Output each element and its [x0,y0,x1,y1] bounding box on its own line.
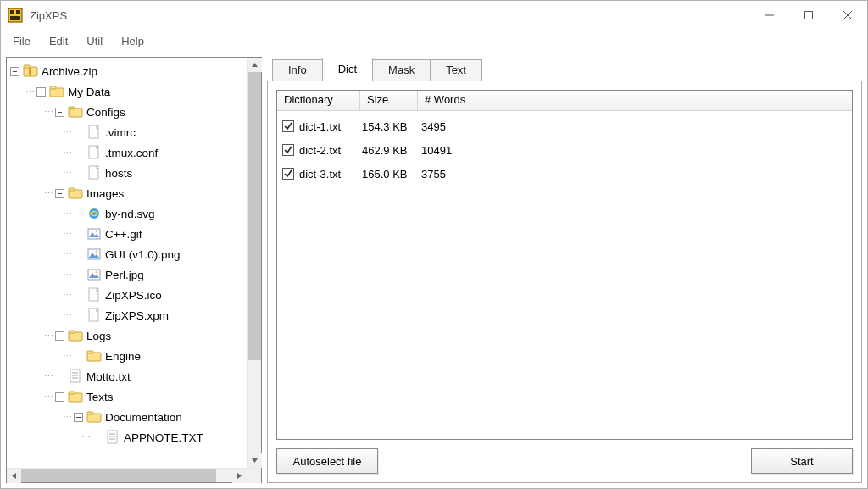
dict-row[interactable]: dict-3.txt165.0 KB3755 [277,162,852,186]
tab-mask[interactable]: Mask [372,59,431,81]
close-button[interactable] [828,3,867,28]
maximize-button[interactable] [789,3,828,28]
row-checkbox[interactable] [282,120,294,132]
tree-node[interactable]: ⋯Documentation [64,407,247,427]
svg-point-26 [96,251,98,253]
tree-connector: ⋯ [81,432,90,443]
cell-words: 10491 [421,144,452,157]
vertical-scrollbar[interactable] [247,58,261,468]
tree-node[interactable]: ⋯Texts [46,386,247,407]
tab-info[interactable]: Info [272,59,323,81]
svg-rect-1 [10,10,14,14]
minimize-button[interactable] [750,3,789,28]
tree-node[interactable]: ⋯Motto.txt [46,366,247,386]
horizontal-scrollbar[interactable] [7,468,261,482]
tree-node[interactable]: ⋯Perl.jpg [64,264,247,285]
tree-node[interactable]: ⋯Engine [64,346,247,366]
tree-node-label: GUI (v1.0).png [105,248,181,261]
expand-toggle[interactable] [53,106,66,119]
svg-rect-10 [29,68,31,75]
tree-node[interactable]: ⋯GUI (v1.0).png [64,244,247,264]
folder-icon [86,348,102,364]
file-icon [86,308,102,323]
tree-connector: ⋯ [63,412,71,423]
tree-node[interactable]: ⋯.tmux.conf [64,142,247,163]
tree-node-label: Documentation [105,411,182,424]
dict-row[interactable]: dict-2.txt462.9 KB10491 [277,138,852,162]
row-checkbox[interactable] [282,144,294,156]
app-window: ZipXPS File Edit Util Help Archive.zip⋯M… [0,0,868,489]
tree-node-label: Texts [86,391,114,403]
tree-connector: ⋯ [44,107,53,118]
svg-rect-27 [88,270,100,280]
svg-rect-14 [69,107,75,109]
dict-row[interactable]: dict-1.txt154.3 KB3495 [277,114,852,138]
expand-toggle[interactable] [53,187,66,200]
tree-node[interactable]: ⋯My Data [27,81,247,102]
svg-rect-43 [87,412,93,414]
autoselect-button[interactable]: Autoselect file [276,448,378,474]
app-icon [8,8,23,23]
expand-toggle[interactable] [8,65,21,78]
tree-node-label: My Data [68,86,110,98]
image-icon [86,226,102,242]
text-icon [105,430,120,445]
col-size[interactable]: Size [360,91,418,110]
window-controls [750,3,867,28]
tree-node[interactable]: ⋯Configs [46,102,247,122]
tree-node-label: Logs [86,330,111,342]
tree-connector: ⋯ [63,127,71,138]
scroll-down-button[interactable] [248,453,262,468]
scroll-right-button[interactable] [232,469,247,483]
tree-node-label: APPNOTE.TXT [124,431,203,444]
expand-toggle[interactable] [53,391,66,403]
svg-rect-5 [805,12,813,19]
hscroll-track[interactable] [21,469,232,482]
svg-rect-21 [88,229,100,239]
tree-node[interactable]: Archive.zip [8,61,247,81]
image-icon [86,267,102,282]
scroll-left-button[interactable] [7,469,21,483]
tree-node[interactable]: ⋯by-nd.svg [64,203,247,224]
expand-toggle[interactable] [72,411,85,424]
svg-rect-9 [24,65,30,68]
tree-connector: ⋯ [63,147,71,158]
button-row: Autoselect file Start [268,448,861,482]
dictionary-list: Dictionary Size # Words dict-1.txt154.3 … [276,90,853,440]
tree-node[interactable]: ⋯ZipXPS.ico [64,285,247,305]
vscroll-thumb[interactable] [248,72,261,360]
tab-dict[interactable]: Dict [322,58,373,81]
menu-help[interactable]: Help [113,31,153,51]
col-dictionary[interactable]: Dictionary [277,91,360,110]
tree-node[interactable]: ⋯ZipXPS.xpm [64,305,247,325]
menu-edit[interactable]: Edit [41,31,76,51]
tree-view[interactable]: Archive.zip⋯My Data⋯Configs⋯.vimrc⋯.tmux… [7,58,247,468]
tree-node[interactable]: ⋯hosts [64,163,247,183]
scroll-up-button[interactable] [248,58,262,72]
tree-node[interactable]: ⋯Images [46,183,247,203]
tree-node[interactable]: ⋯C++.gif [64,224,247,244]
tree-node-label: Images [86,187,124,200]
expand-toggle[interactable] [35,86,47,98]
tab-content: Dictionary Size # Words dict-1.txt154.3 … [267,81,862,483]
menu-file[interactable]: File [4,31,39,51]
col-words[interactable]: # Words [418,91,852,110]
tab-text[interactable]: Text [430,59,482,81]
start-button[interactable]: Start [751,448,853,474]
row-checkbox[interactable] [282,168,294,180]
tree-node-label: Engine [105,350,141,363]
tree-node-label: Configs [86,106,125,119]
content-area: Archive.zip⋯My Data⋯Configs⋯.vimrc⋯.tmux… [1,52,867,488]
svg-rect-19 [69,188,75,191]
tree-node[interactable]: ⋯APPNOTE.TXT [83,427,247,447]
hscroll-thumb[interactable] [21,469,216,482]
menu-util[interactable]: Util [78,31,111,51]
svg-rect-41 [69,392,75,394]
vscroll-track[interactable] [248,72,261,453]
tabstrip: Info Dict Mask Text [267,57,862,81]
tree-node[interactable]: ⋯Logs [46,325,247,346]
tree-connector: ⋯ [44,188,53,199]
expand-toggle[interactable] [53,330,66,342]
svg-marker-50 [12,473,16,479]
tree-node[interactable]: ⋯.vimrc [64,122,247,142]
